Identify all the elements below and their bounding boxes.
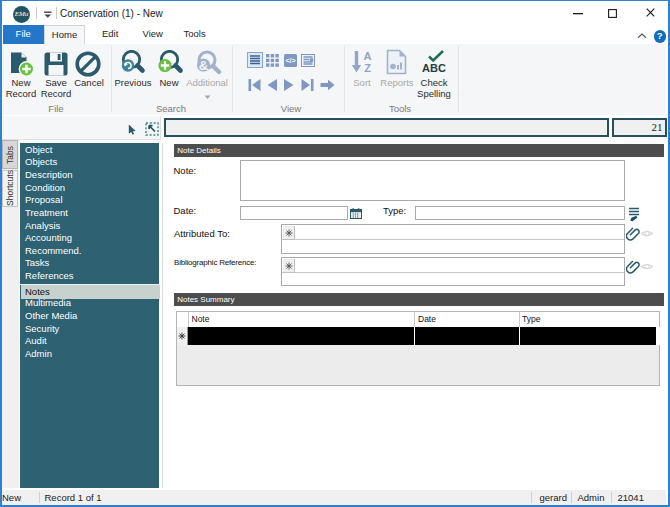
svg-text:</>: </> (285, 57, 295, 64)
svg-text:A: A (364, 50, 372, 62)
svg-text:&: & (199, 57, 208, 72)
svg-text:Z: Z (364, 62, 371, 74)
